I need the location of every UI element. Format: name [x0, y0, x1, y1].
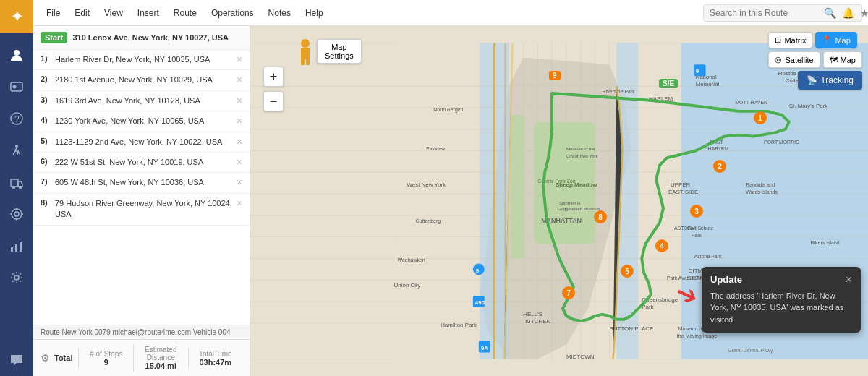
route-stop-7[interactable]: 7) 605 W 48th St, New York, NY 10036, US… — [33, 173, 250, 193]
sidebar-item-chart[interactable] — [2, 231, 31, 260]
svg-text:MOTT HAVEN: MOTT HAVEN — [735, 100, 767, 105]
menu-edit[interactable]: Edit — [67, 0, 97, 26]
tracking-button[interactable]: 📡 Tracking — [798, 71, 862, 90]
route-stop-5[interactable]: 5) 1123-1129 2nd Ave, New York, NY 10022… — [33, 132, 250, 153]
sidebar-item-tracking[interactable] — [2, 200, 31, 228]
matrix-view-button[interactable]: ⊞ Matrix — [768, 32, 812, 48]
gear-footer-icon[interactable]: ⚙ — [41, 352, 50, 364]
zoom-out-button[interactable]: − — [263, 91, 284, 111]
marker-4: 4 — [655, 239, 668, 252]
svg-text:KITCHEN: KITCHEN — [525, 318, 550, 325]
svg-text:PORT MORRIS: PORT MORRIS — [764, 140, 799, 145]
map-view-button[interactable]: 📍 Map — [815, 32, 856, 48]
layers-icon: 🗺 — [830, 56, 838, 64]
svg-text:Fairview: Fairview — [426, 146, 446, 151]
stop-close-icon[interactable]: × — [237, 177, 242, 187]
matrix-label: Matrix — [784, 36, 806, 45]
stop-number: 8) — [41, 198, 52, 207]
stop-number: 6) — [41, 157, 52, 166]
svg-point-9 — [12, 209, 22, 219]
route-stop-2[interactable]: 2) 2180 1st Avenue, New York, NY 10029, … — [33, 70, 250, 90]
stop-close-icon[interactable]: × — [237, 157, 242, 167]
update-popup-header: Update × — [710, 274, 852, 286]
svg-text:Astoria Park: Astoria Park — [694, 254, 722, 259]
svg-text:the Moving Image: the Moving Image — [677, 333, 717, 339]
menu-notes[interactable]: Notes — [261, 0, 298, 26]
update-close-button[interactable]: × — [846, 274, 852, 286]
stop-close-icon[interactable]: × — [237, 137, 242, 147]
stop-close-icon[interactable]: × — [237, 95, 242, 106]
svg-text:North Bergen: North Bergen — [433, 107, 463, 113]
marker-9: 9 — [549, 71, 561, 80]
svg-text:9: 9 — [696, 68, 699, 74]
route-stop-8[interactable]: 8) 79 Hudson River Greenway, New York, N… — [33, 194, 250, 226]
satellite-toggle-row: ◎ Satellite 🗺 Map — [768, 51, 862, 68]
svg-text:City of New York: City of New York — [566, 154, 598, 158]
zoom-in-button[interactable]: + — [263, 67, 284, 87]
sidebar-item-delivery[interactable] — [2, 168, 31, 197]
map-settings-button[interactable]: Map Settings — [317, 39, 362, 64]
route-panel: Start 310 Lenox Ave, New York, NY 10027,… — [33, 26, 250, 376]
satellite-label: Satellite — [785, 56, 813, 64]
svg-text:Randalls and: Randalls and — [746, 182, 775, 187]
svg-rect-103 — [301, 48, 310, 59]
route-stops: 1) Harlem River Dr, New York, NY 10035, … — [33, 50, 250, 325]
stop-number: 1) — [41, 54, 52, 63]
sidebar-item-help[interactable]: ? — [2, 104, 31, 133]
sidebar-item-users[interactable] — [2, 40, 31, 69]
route-stop-6[interactable]: 6) 222 W 51st St, New York, NY 10019, US… — [33, 153, 250, 173]
search-bar[interactable]: 🔍 🔔 ★ — [703, 4, 862, 22]
svg-point-8 — [20, 187, 22, 189]
svg-text:Hamilton Park: Hamilton Park — [441, 322, 477, 328]
map-view-button2[interactable]: 🗺 Map — [823, 51, 862, 68]
route-header: Start 310 Lenox Ave, New York, NY 10027,… — [33, 26, 250, 50]
stop-address: 2180 1st Avenue, New York, NY 10029, USA — [55, 74, 234, 85]
route-stop-3[interactable]: 3) 1619 3rd Ave, New York, NY 10128, USA… — [33, 91, 250, 111]
svg-rect-47 — [510, 115, 524, 259]
map-pin-icon: 📍 — [822, 35, 832, 45]
star-icon[interactable]: ★ — [860, 7, 868, 19]
svg-text:Museum of: Museum of — [678, 326, 703, 331]
search-icon[interactable]: 🔍 — [824, 7, 836, 19]
route-stop-1[interactable]: 1) Harlem River Dr, New York, NY 10035, … — [33, 50, 250, 70]
sidebar-item-walking[interactable] — [2, 136, 31, 165]
sidebar-item-dispatch[interactable] — [2, 72, 31, 101]
svg-text:HELL'S: HELL'S — [523, 311, 542, 317]
menu-view[interactable]: View — [97, 0, 130, 26]
update-title: Update — [710, 274, 742, 285]
svg-text:Rikers Island: Rikers Island — [811, 240, 840, 245]
marker-8: 8 — [594, 210, 607, 223]
marker-se: S/E — [659, 79, 678, 88]
svg-text:Guttenberg: Guttenberg — [415, 218, 441, 224]
sidebar-item-chat[interactable] — [2, 346, 31, 375]
svg-text:Carl Schurz: Carl Schurz — [687, 226, 714, 231]
svg-text:Guggenheim Museum: Guggenheim Museum — [558, 207, 600, 211]
satellite-view-button[interactable]: ◎ Satellite — [768, 51, 820, 68]
sidebar-item-settings[interactable] — [2, 263, 31, 292]
menu-file[interactable]: File — [39, 0, 67, 26]
distance-value: 15.04 mi — [137, 362, 185, 370]
stop-address: 605 W 48th St, New York, NY 10036, USA — [55, 177, 234, 188]
menu-insert[interactable]: Insert — [130, 0, 166, 26]
stop-close-icon[interactable]: × — [237, 54, 242, 64]
stop-close-icon[interactable]: × — [237, 116, 242, 126]
svg-text:Grand Central Pkwy: Grand Central Pkwy — [728, 348, 773, 354]
svg-text:St. Mary's Park: St. Mary's Park — [789, 103, 828, 109]
total-label: Total — [54, 354, 72, 362]
stop-address: 1619 3rd Ave, New York, NY 10128, USA — [55, 95, 234, 106]
main-content: File Edit View Insert Route Operations N… — [33, 0, 868, 376]
menu-route[interactable]: Route — [166, 0, 204, 26]
route-stop-4[interactable]: 4) 1230 York Ave, New York, NY 10065, US… — [33, 111, 250, 132]
app-logo[interactable]: ✦ — [0, 0, 33, 33]
svg-point-102 — [301, 39, 310, 48]
svg-text:West New York: West New York — [407, 181, 446, 188]
menu-help[interactable]: Help — [298, 0, 331, 26]
stop-number: 7) — [41, 177, 52, 186]
menu-operations[interactable]: Operations — [204, 0, 261, 26]
update-body: The address 'Harlem River Dr, New York, … — [710, 290, 852, 326]
svg-text:Riverside Park: Riverside Park — [603, 89, 636, 94]
search-input[interactable] — [710, 8, 818, 18]
stop-close-icon[interactable]: × — [237, 74, 242, 85]
stop-close-icon[interactable]: × — [237, 198, 242, 208]
bell-icon[interactable]: 🔔 — [842, 7, 854, 19]
